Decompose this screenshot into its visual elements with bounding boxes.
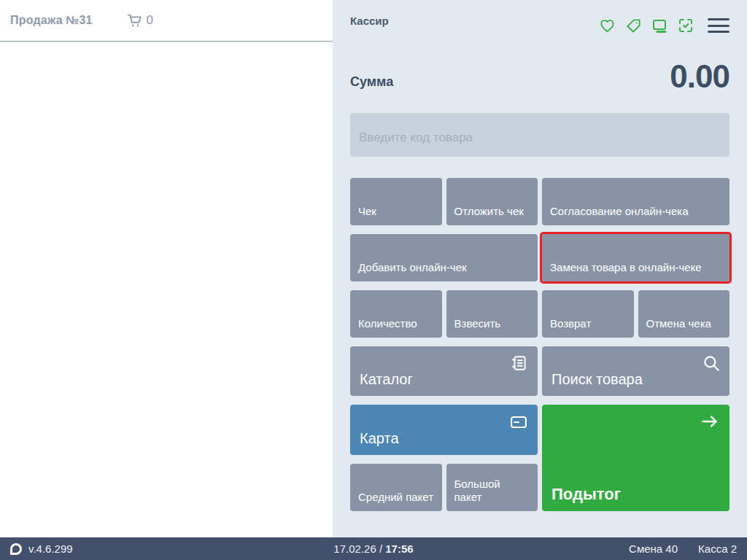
quantity-button[interactable]: Количество <box>350 290 442 338</box>
heart-icon[interactable] <box>598 17 616 34</box>
sale-title: Продажа №31 <box>10 14 93 27</box>
receipt-button[interactable]: Чек <box>350 178 442 225</box>
add-online-receipt-button[interactable]: Добавить онлайн-чек <box>350 234 538 281</box>
arrow-right-icon <box>699 412 721 431</box>
catalog-icon <box>510 354 529 373</box>
scan-check-icon[interactable] <box>677 17 694 34</box>
sale-header: Продажа №31 0 <box>0 0 333 42</box>
datetime: 17.02.26 / 17:56 <box>0 542 747 555</box>
replace-item-online-receipt-button[interactable]: Замена товара в онлайн-чеке <box>542 234 729 281</box>
menu-icon[interactable] <box>708 18 729 33</box>
refund-button[interactable]: Возврат <box>542 290 634 338</box>
tag-icon[interactable] <box>624 17 642 34</box>
cashier-panel: Кассир <box>333 0 747 537</box>
card-icon <box>508 412 529 432</box>
approve-online-receipt-button[interactable]: Согласование онлайн-чека <box>542 178 729 225</box>
sale-panel: Продажа №31 0 <box>0 0 333 537</box>
cart-icon <box>126 12 142 28</box>
large-bag-button[interactable]: Большой пакет <box>446 464 538 511</box>
cashier-label: Кассир <box>350 13 389 27</box>
sum-label: Сумма <box>350 74 393 93</box>
product-code-input[interactable] <box>350 113 729 157</box>
catalog-button[interactable]: Каталог <box>350 346 538 396</box>
display-icon[interactable] <box>651 17 668 34</box>
defer-receipt-button[interactable]: Отложить чек <box>446 178 538 225</box>
cancel-receipt-button[interactable]: Отмена чека <box>638 290 730 338</box>
status-bar: v.4.6.299 17.02.26 / 17:56 Смена 40 Касс… <box>0 537 747 560</box>
action-button-grid: Чек Отложить чек Согласование онлайн-чек… <box>350 178 729 511</box>
sum-value: 0.00 <box>670 61 729 93</box>
cart-status: 0 <box>126 12 153 28</box>
search-product-button[interactable]: Поиск товара <box>542 346 729 396</box>
subtotal-button[interactable]: Подытог <box>542 405 729 511</box>
cart-count: 0 <box>147 13 153 28</box>
medium-bag-button[interactable]: Средний пакет <box>350 464 442 511</box>
search-icon <box>702 354 721 373</box>
weigh-button[interactable]: Взвесить <box>446 290 538 338</box>
card-button[interactable]: Карта <box>350 405 538 455</box>
